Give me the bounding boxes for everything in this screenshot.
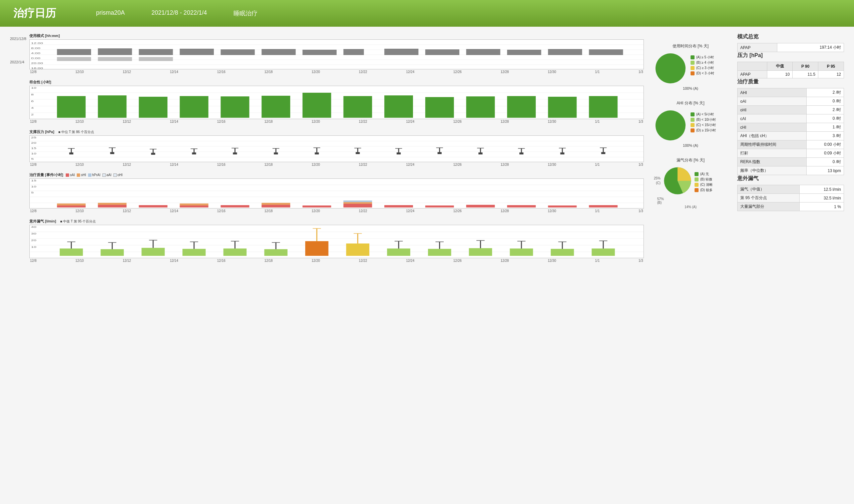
therapy-quality-row: AHI2 /时 — [738, 88, 844, 97]
svg-text:2: 2 — [31, 113, 34, 116]
mode-overview-row: APAP 197:14 小时 — [738, 43, 844, 52]
svg-rect-117 — [261, 205, 290, 208]
svg-rect-167 — [469, 248, 492, 256]
date-labels: 2021/12/8 2022/1/4 — [10, 33, 27, 269]
svg-rect-170 — [510, 249, 533, 256]
svg-rect-13 — [98, 48, 132, 55]
pressure-row-median: 10 — [767, 71, 793, 78]
svg-rect-46 — [425, 97, 454, 118]
compliance-chart-section: 符合性 [小时] 10 8 6 4 — [29, 80, 644, 123]
svg-rect-114 — [180, 205, 208, 208]
mode-overview-title: 模式总览 — [737, 33, 844, 40]
svg-text:15: 15 — [31, 147, 36, 149]
svg-rect-123 — [384, 205, 413, 208]
pressure-col-median: 中值 — [767, 62, 793, 71]
svg-rect-115 — [180, 203, 208, 205]
usage-chart: 12:00 8:00 4:00 0:00 20:00 16:00 — [29, 39, 644, 69]
svg-text:12:00: 12:00 — [31, 42, 43, 44]
pressure-x-axis: 12/812/1012/1212/1412/16 12/1812/2012/22… — [29, 163, 644, 166]
svg-rect-113 — [139, 205, 167, 208]
svg-rect-22 — [384, 49, 418, 55]
pressure-table: 中值 P 90 P 95 APAP 10 11.5 12 — [737, 62, 844, 78]
pie2-title: AHI 分布 [% 天] — [654, 101, 727, 106]
therapy-quality-row: oHI2 /时 — [738, 106, 844, 114]
svg-rect-16 — [139, 57, 173, 61]
svg-rect-87 — [438, 152, 442, 154]
unexpected-leak-section: 意外漏气 漏气（中值）12.5 l/min第 95 个百分点32.5 l/min… — [737, 175, 844, 211]
pressure-col-p90: P 90 — [793, 62, 818, 71]
svg-text:10: 10 — [31, 152, 36, 155]
svg-rect-42 — [261, 96, 290, 118]
svg-rect-47 — [466, 96, 495, 118]
pie3-legend: (A) 无 (B) 轻微 (C) 清晰 (D) 较多 — [694, 168, 712, 193]
svg-rect-146 — [182, 249, 206, 256]
header-title: 治疗日历 — [13, 6, 56, 21]
svg-rect-149 — [223, 249, 247, 256]
therapy-quality-row: oAI0 /时 — [738, 97, 844, 106]
pressure-title: 压力 [hPa] — [737, 52, 844, 59]
svg-rect-158 — [346, 244, 370, 256]
svg-rect-127 — [548, 205, 577, 208]
svg-rect-40 — [180, 96, 208, 118]
pie2-section: AHI 分布 [% 天] (A) < 5/小时 (B) < 10/小时 (C) … — [654, 101, 727, 147]
pie2-bottom-label: 100% (A) — [654, 143, 727, 147]
svg-point-179 — [655, 53, 686, 84]
pressure-row-p95: 12 — [818, 71, 844, 78]
pie1-title: 使用时间分布 [% 天] — [654, 43, 727, 49]
svg-rect-39 — [139, 97, 167, 118]
leak-x-axis: 12/812/1012/1212/1412/16 12/1812/2012/22… — [29, 259, 644, 263]
svg-rect-69 — [192, 152, 196, 155]
leak-row: 大量漏气部分1 % — [738, 202, 844, 211]
pie1-section: 使用时间分布 [% 天] (A) ≥ 5 小时 (B) ≥ 4 小时 (C) ≥… — [654, 43, 727, 90]
svg-rect-96 — [560, 152, 564, 155]
svg-text:4: 4 — [31, 107, 34, 109]
svg-text:16:00: 16:00 — [31, 67, 43, 69]
svg-text:6: 6 — [31, 100, 34, 103]
therapy-quality-title: 治疗质量 — [737, 78, 844, 85]
svg-text:30: 30 — [31, 233, 36, 235]
svg-text:15: 15 — [31, 179, 36, 182]
svg-rect-63 — [110, 152, 114, 154]
svg-text:10: 10 — [31, 185, 36, 188]
date-end: 2022/1/4 — [10, 60, 27, 64]
therapy-quality-section: 治疗质量 AHI2 /时oAI0 /时oHI2 /时cAI0 /时cHI1 /时… — [737, 78, 844, 175]
svg-rect-48 — [507, 96, 536, 118]
leak-chart-section: 意外漏气 [l/min] ■ 中值 T 第 95 个百分点 40 30 — [29, 219, 644, 263]
header-mode: 睡眠治疗 — [234, 9, 257, 17]
pressure-chart: 25 20 15 10 5 — [29, 136, 644, 162]
therapy-quality-row: 频率（中位数）13 bpm — [738, 166, 844, 175]
unexpected-leak-table: 漏气（中值）12.5 l/min第 95 个百分点32.5 l/min大量漏气部… — [737, 185, 844, 211]
pressure-col-p95: P 95 — [818, 62, 844, 71]
svg-rect-109 — [57, 205, 86, 208]
svg-rect-81 — [356, 152, 360, 154]
svg-text:8: 8 — [31, 93, 34, 96]
svg-rect-84 — [397, 152, 401, 155]
compliance-label: 符合性 [小时] — [29, 80, 644, 85]
svg-rect-93 — [520, 152, 523, 155]
svg-rect-50 — [589, 96, 617, 118]
svg-rect-125 — [466, 205, 495, 208]
pie1-wrapper: (A) ≥ 5 小时 (B) ≥ 4 小时 (C) ≥ 3 小时 (D) < 3… — [654, 52, 727, 85]
svg-rect-78 — [315, 152, 319, 155]
date-start: 2021/12/8 — [10, 37, 27, 41]
usage-x-axis: 12/812/1012/1212/1412/16 12/1812/2012/22… — [29, 70, 644, 74]
pie3-section: 漏气分布 [% 天] 25%(C) — [654, 158, 727, 209]
svg-rect-38 — [98, 95, 126, 118]
therapy-quality-row: 周期性呼吸持续时间0:00 小时 — [738, 140, 844, 149]
pie3-label-57: 57%(B) — [657, 197, 664, 204]
svg-rect-155 — [305, 241, 329, 256]
svg-rect-173 — [551, 249, 574, 256]
header: 治疗日历 prisma20A 2021/12/8 - 2022/1/4 睡眠治疗 — [0, 0, 854, 27]
mode-overview-table: APAP 197:14 小时 — [737, 43, 844, 52]
right-panel: 模式总览 APAP 197:14 小时 压力 [hPa] 中值 P 90 P 9… — [737, 33, 844, 269]
svg-rect-27 — [589, 49, 623, 55]
svg-rect-161 — [387, 249, 410, 256]
svg-rect-49 — [548, 97, 577, 118]
svg-rect-15 — [139, 49, 173, 55]
svg-rect-121 — [343, 202, 372, 204]
svg-text:10: 10 — [31, 87, 36, 89]
svg-rect-90 — [478, 152, 483, 155]
svg-rect-19 — [261, 49, 295, 55]
svg-rect-12 — [57, 57, 91, 61]
svg-rect-140 — [101, 249, 124, 256]
